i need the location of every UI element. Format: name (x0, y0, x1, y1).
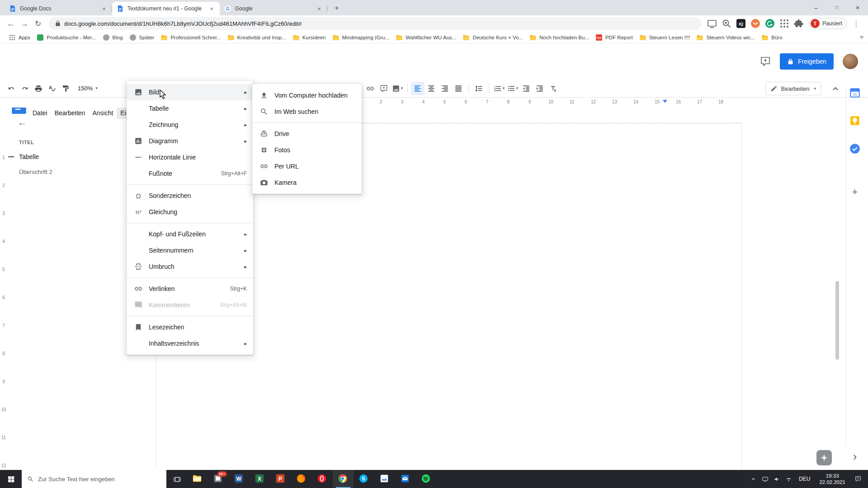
taskbar-app[interactable]: X (250, 470, 270, 488)
toolbar-button[interactable] (547, 82, 560, 95)
menu-item[interactable]: Diagramm ▸ (127, 133, 253, 149)
reload-icon[interactable]: ↻ (32, 17, 44, 30)
toolbar-button[interactable] (32, 82, 45, 95)
bookmark-item[interactable]: Deutsche Kurs + Vo... (459, 33, 526, 42)
menu-item[interactable]: Horizontale Linie (127, 149, 253, 165)
menu-item[interactable]: π² Gleichung (127, 204, 253, 220)
toolbar-button[interactable]: ▾ (492, 82, 506, 95)
docs-menu-item[interactable]: Bearbeiten (51, 107, 89, 119)
zoom-icon[interactable] (721, 18, 732, 29)
docs-menu-item[interactable]: Datei (29, 107, 51, 119)
menu-item[interactable]: Kopf- und Fußzeilen ▸ (127, 226, 253, 242)
menu-item[interactable]: Lesezeichen (127, 319, 253, 335)
taskbar-app[interactable]: W (229, 470, 250, 488)
tab-close-icon[interactable]: × (100, 5, 108, 12)
bookmark-item[interactable]: Steuern Videos wic... (693, 33, 758, 42)
close-button[interactable]: × (847, 0, 868, 15)
bookmark-item[interactable]: Wahlfächer WU Aus... (392, 33, 459, 42)
taskbar-app[interactable]: S (354, 470, 374, 488)
toolbar-button[interactable] (438, 82, 452, 95)
menu-item[interactable] (127, 277, 253, 278)
menu-item[interactable]: Bild ▸ (127, 84, 253, 100)
start-button[interactable] (0, 470, 22, 488)
browser-tab[interactable]: G Google × (220, 2, 327, 15)
ext-pocket-icon[interactable] (750, 18, 761, 29)
menu-item[interactable]: Fotos (252, 142, 362, 158)
menu-item[interactable] (127, 223, 253, 223)
menu-item[interactable] (127, 184, 253, 185)
toolbar-button[interactable] (472, 82, 486, 95)
minimize-button[interactable]: – (806, 0, 826, 15)
toolbar-button[interactable] (363, 82, 377, 95)
bookmark-item[interactable]: Mindmapping (Gru... (329, 33, 393, 42)
new-tab-button[interactable]: + (331, 2, 343, 14)
menu-item[interactable]: Seitennummern ▸ (127, 242, 253, 258)
toolbar-button[interactable] (519, 82, 533, 95)
menu-item[interactable]: Tabelle ▸ (127, 100, 253, 117)
taskbar-app[interactable]: 99+ (208, 470, 229, 488)
browser-tab[interactable]: Google Docs × (5, 2, 112, 15)
menu-item[interactable]: Kommentieren Strg+Alt+M (127, 297, 253, 313)
toolbar-button[interactable] (533, 82, 547, 95)
toolbar-button[interactable] (59, 82, 72, 95)
bookmarks-overflow-icon[interactable]: » (860, 33, 863, 40)
taskbar-app[interactable] (395, 470, 416, 488)
toolbar-button[interactable] (377, 82, 391, 95)
add-addon-button[interactable]: + (849, 186, 861, 198)
bookmark-item[interactable]: Noch hochladen Bu... (526, 33, 592, 42)
close-outline-button[interactable]: ← (16, 117, 28, 128)
toolbar-button[interactable] (411, 82, 425, 95)
toolbar-button[interactable] (425, 82, 438, 95)
zoom-select[interactable]: 150% ▾ (75, 82, 99, 95)
cast-icon[interactable] (707, 18, 717, 29)
tab-close-icon[interactable]: × (208, 5, 215, 12)
forward-icon[interactable]: → (18, 17, 31, 30)
menu-item[interactable]: Per URL (252, 158, 362, 174)
bookmark-item[interactable]: Steuern Lesen !!!! (636, 33, 693, 42)
bookmark-item[interactable]: Kreativität und Insp... (224, 33, 289, 42)
tab-close-icon[interactable]: × (316, 5, 323, 12)
vertical-scrollbar[interactable] (835, 281, 839, 360)
bookmark-item[interactable]: Kursideen (289, 33, 329, 42)
menu-item[interactable]: Drive (252, 126, 362, 142)
taskbar-app[interactable] (291, 470, 312, 488)
menu-item[interactable]: Ω Sonderzeichen (127, 188, 253, 204)
taskbar-app[interactable] (312, 470, 333, 488)
toolbar-button[interactable] (5, 82, 18, 95)
back-icon[interactable]: ← (5, 17, 17, 30)
toolbar-button[interactable] (407, 84, 408, 94)
tasks-icon[interactable] (849, 143, 861, 155)
ext-grammarly-icon[interactable] (764, 18, 775, 29)
menu-item[interactable]: Vom Computer hochladen (252, 87, 362, 103)
bookmark-item[interactable]: PDF PDF Report (592, 33, 636, 42)
apps-grid-icon[interactable] (779, 18, 790, 29)
browser-menu-button[interactable]: ⋮ (850, 17, 863, 30)
menu-item[interactable] (127, 316, 253, 316)
taskbar-app[interactable] (416, 470, 437, 488)
address-bar[interactable]: docs.google.com/document/d/1hUH8k6h7Lb8y… (49, 17, 701, 30)
volume-icon[interactable] (771, 470, 783, 488)
calendar-icon[interactable]: 31 (849, 87, 861, 99)
taskbar-app[interactable] (374, 470, 395, 488)
ext-iq-icon[interactable]: IQ (736, 18, 746, 29)
action-center-button[interactable] (850, 470, 866, 488)
bookmark-item[interactable]: Büro (758, 33, 785, 42)
bookmark-item[interactable]: Apps (5, 33, 33, 42)
docs-menu-item[interactable]: Ansicht (89, 107, 117, 119)
menu-item[interactable]: Inhaltsverzeichnis ▸ (127, 335, 253, 352)
bookmark-item[interactable]: Blog (99, 33, 126, 42)
keep-icon[interactable] (849, 115, 861, 127)
menu-item[interactable]: Fußnote Strg+Alt+F (127, 165, 253, 182)
user-avatar[interactable] (843, 54, 858, 69)
extensions-puzzle-icon[interactable] (793, 18, 804, 29)
side-panel-collapse-icon[interactable]: › (849, 449, 861, 464)
share-button[interactable]: Freigeben (780, 53, 834, 70)
bookmark-item[interactable]: Professionell Schrei... (157, 33, 224, 42)
menu-item[interactable]: Im Web suchen (252, 103, 362, 120)
taskbar-app[interactable] (333, 470, 354, 488)
monitor-icon[interactable] (759, 470, 771, 488)
menu-item[interactable]: Umbruch ▸ (127, 258, 253, 275)
clock[interactable]: 19:33 22.02.2021 (815, 473, 850, 485)
browser-tab[interactable]: Textdokument neu #1 - Google × (112, 2, 220, 15)
toolbar-button[interactable] (45, 82, 59, 95)
